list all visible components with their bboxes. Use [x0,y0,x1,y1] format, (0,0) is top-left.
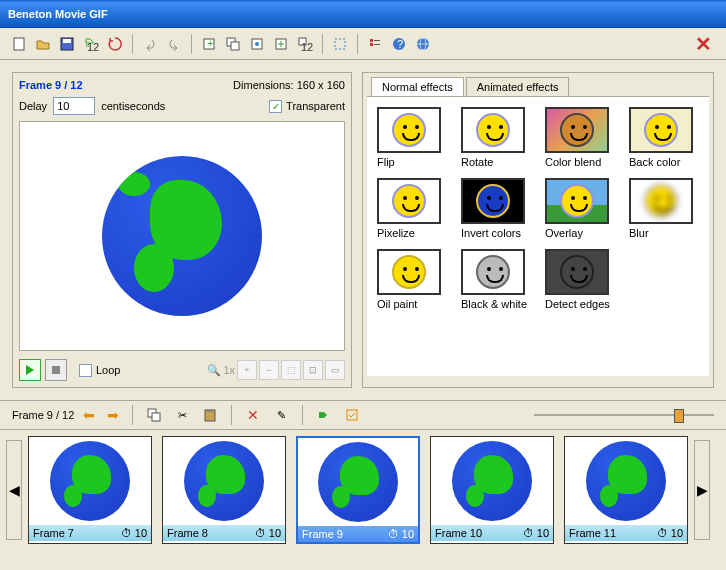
edit-frame-button[interactable]: ✎ [270,404,292,426]
close-button[interactable]: ✕ [689,32,718,56]
effect-back-color[interactable]: Back color [629,107,699,168]
effect-color-blend[interactable]: Color blend [545,107,615,168]
cut-frame-button[interactable]: ✂ [171,404,193,426]
preview-canvas [19,121,345,351]
smiley-icon [644,113,678,147]
transparent-checkbox[interactable]: ✓ Transparent [269,100,345,113]
smiley-icon [560,184,594,218]
preview-panel: Frame 9 / 12 Dimensions: 160 x 160 Delay… [12,72,352,388]
zoom-out-button[interactable]: − [259,360,279,380]
list-view-button[interactable] [364,33,386,55]
timeline-frame[interactable]: Frame 7⏱ 10 [28,436,152,544]
frame-delay: ⏱ 10 [121,527,147,539]
smiley-icon [476,255,510,289]
crop-button[interactable] [329,33,351,55]
actual-size-button[interactable]: ⊡ [303,360,323,380]
timeline-frame[interactable]: Frame 9⏱ 10 [296,436,420,544]
frame-label: Frame 9 [302,528,343,540]
effect-detect-edges[interactable]: Detect edges [545,249,615,310]
fit-button[interactable]: ⬚ [281,360,301,380]
effect-label: Pixelize [377,227,447,239]
globe-icon [50,441,130,521]
svg-text:123: 123 [301,41,313,51]
smiley-icon [560,255,594,289]
redo-button[interactable] [163,33,185,55]
export-batch-button[interactable]: 123 [80,33,102,55]
play-button[interactable] [19,359,41,381]
effects-grid-container: FlipRotateColor blendBack colorPixelizeI… [367,96,709,376]
loop-checkbox[interactable]: ✓ Loop [79,364,120,377]
tab-animated-effects[interactable]: Animated effects [466,77,570,96]
effect-label: Detect edges [545,298,615,310]
toolbar-separator [357,34,358,54]
delay-label: Delay [19,100,47,112]
effect-thumb [629,107,693,153]
effect-overlay[interactable]: Overlay [545,178,615,239]
preview-image [102,156,262,316]
effect-blur[interactable]: Blur [629,178,699,239]
dup-frame-button[interactable] [222,33,244,55]
effect-black-white[interactable]: Black & white [461,249,531,310]
effect-thumb [461,249,525,295]
scroll-right-button[interactable]: ▶ [694,440,710,540]
effect-pixelize[interactable]: Pixelize [377,178,447,239]
timeline-indicator: Frame 9 / 12 [12,409,74,421]
smiley-icon [392,113,426,147]
frame-delay: ⏱ 10 [657,527,683,539]
web-button[interactable] [412,33,434,55]
select-all-button[interactable] [341,404,363,426]
effect-invert-colors[interactable]: Invert colors [461,178,531,239]
effect-label: Oil paint [377,298,447,310]
timeline-frame[interactable]: Frame 10⏱ 10 [430,436,554,544]
prev-frame-button[interactable]: ⬅ [80,406,98,424]
help-button[interactable]: ? [388,33,410,55]
reload-button[interactable] [104,33,126,55]
copy-frame-button[interactable] [143,404,165,426]
effect-rotate[interactable]: Rotate [461,107,531,168]
frame-label: Frame 11 [569,527,616,539]
svg-rect-7 [231,42,239,50]
batch-settings-button[interactable]: 123 [294,33,316,55]
frame-label: Frame 8 [167,527,208,539]
effect-thumb [377,107,441,153]
zoom-in-button[interactable]: + [237,360,257,380]
save-file-button[interactable] [56,33,78,55]
effect-flip[interactable]: Flip [377,107,447,168]
paste-frame-button[interactable] [199,404,221,426]
toolbar-separator [302,405,303,425]
delay-input[interactable] [53,97,95,115]
effect-label: Rotate [461,156,531,168]
timeline-slider[interactable] [534,405,714,425]
svg-rect-23 [52,366,60,374]
svg-rect-2 [63,39,71,43]
frame-thumb [431,437,553,525]
apply-button[interactable] [313,404,335,426]
frame-label: Frame 7 [33,527,74,539]
new-file-button[interactable] [8,33,30,55]
delete-frame-button[interactable]: ✕ [242,404,264,426]
scroll-left-button[interactable]: ◀ [6,440,22,540]
effect-oil-paint[interactable]: Oil paint [377,249,447,310]
dimensions-label: Dimensions: 160 x 160 [233,79,345,91]
loop-label: Loop [96,364,120,376]
effect-label: Color blend [545,156,615,168]
fullscreen-button[interactable]: ▭ [325,360,345,380]
timeline-frame[interactable]: Frame 11⏱ 10 [564,436,688,544]
effect-label: Flip [377,156,447,168]
timeline-frame[interactable]: Frame 8⏱ 10 [162,436,286,544]
tab-normal-effects[interactable]: Normal effects [371,77,464,96]
frames-timeline: ◀ Frame 7⏱ 10Frame 8⏱ 10Frame 9⏱ 10Frame… [0,430,726,550]
undo-button[interactable] [139,33,161,55]
next-frame-button[interactable]: ➡ [104,406,122,424]
open-file-button[interactable] [32,33,54,55]
window-title: Beneton Movie GIF [8,8,108,20]
frame-indicator: Frame 9 / 12 [19,79,83,91]
add-frame-button[interactable]: + [198,33,220,55]
toolbar-separator [231,405,232,425]
frame-props-button[interactable] [246,33,268,55]
frame-delay: ⏱ 10 [255,527,281,539]
svg-rect-28 [347,410,357,420]
stop-button[interactable] [45,359,67,381]
move-frame-button[interactable] [270,33,292,55]
toolbar-separator [132,34,133,54]
